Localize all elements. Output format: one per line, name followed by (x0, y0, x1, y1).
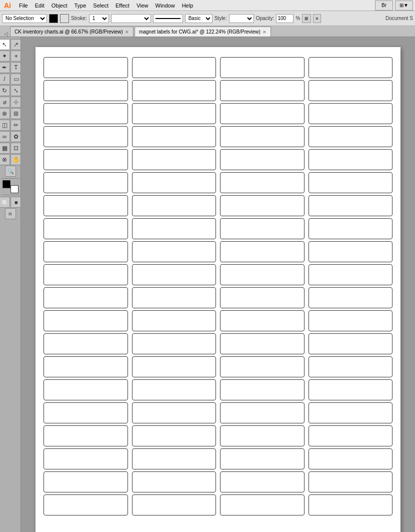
tab-magnet-labels[interactable]: magnet labels for CWG.ai* @ 122.24% (RGB… (134, 27, 271, 37)
menu-type[interactable]: Type (72, 2, 90, 10)
label-cell (44, 333, 128, 354)
mode-toggle[interactable]: ⊟ (5, 208, 16, 219)
fill-stroke-selector[interactable] (2, 180, 18, 193)
magic-wand-tool[interactable]: ✦ (0, 51, 10, 62)
artboard-tool[interactable]: ⊡ (10, 143, 21, 154)
label-cell (44, 172, 128, 193)
label-cell (308, 333, 393, 354)
label-cell (44, 149, 128, 170)
warp-tool[interactable]: ⌀ (0, 97, 10, 108)
scale-tool[interactable]: ⤡ (10, 85, 21, 96)
label-cell (132, 172, 216, 193)
stroke-style[interactable] (111, 14, 151, 23)
graph-tool[interactable]: ▦ (0, 143, 10, 154)
label-cell (44, 494, 128, 515)
label-cell (220, 402, 304, 423)
menu-object[interactable]: Object (48, 2, 70, 10)
left-toolbar: ↖ ↗ ✦ ⌖ ✒ T / ▭ ↻ ⤡ ⌀ ⊹ ⊕ ⊞ ◫ ✏ (0, 37, 21, 532)
label-cell (220, 149, 304, 170)
label-cell (220, 80, 304, 101)
workspace-btn[interactable]: ⊞▼ (395, 1, 413, 11)
stroke-weight[interactable]: 1 (89, 14, 109, 23)
type-tool[interactable]: T (10, 62, 21, 73)
screen-mode-btn[interactable]: ◼ (10, 197, 21, 208)
label-cell (220, 333, 304, 354)
label-cell (132, 425, 216, 446)
style-dropdown[interactable] (229, 14, 254, 23)
menu-select[interactable]: Select (90, 2, 112, 10)
menu-effect[interactable]: Effect (112, 2, 132, 10)
redefine-btn[interactable]: ⊞ (302, 14, 311, 23)
arrange-btn[interactable]: ≡ (313, 14, 320, 23)
label-cell (44, 379, 128, 400)
normal-mode-btn[interactable]: ⬜ (0, 197, 10, 208)
canvas-area[interactable] (21, 37, 415, 532)
blend-tool[interactable]: ∞ (0, 131, 10, 142)
menu-edit[interactable]: Edit (32, 2, 48, 10)
gradient-tool[interactable]: ◫ (0, 120, 10, 131)
label-cell (132, 379, 216, 400)
rotate-tool[interactable]: ↻ (0, 85, 10, 96)
eyedropper-tool[interactable]: ✏ (10, 120, 21, 131)
stroke-color[interactable] (60, 14, 69, 23)
label-cell (44, 448, 128, 469)
lasso-tool[interactable]: ⌖ (10, 51, 21, 62)
tab-close-icon[interactable]: ✕ (262, 30, 266, 35)
shape-builder-tool[interactable]: ⊕ (0, 108, 10, 119)
menubar: Ai File Edit Object Type Select Effect V… (0, 0, 415, 11)
bridge-btn[interactable]: Br (375, 1, 393, 11)
stroke-type[interactable]: Basic (185, 14, 212, 23)
rectangle-tool[interactable]: ▭ (10, 74, 21, 85)
tab-scroll-left[interactable]: ◁ (4, 31, 8, 37)
label-cell (44, 310, 128, 331)
label-cell (220, 195, 304, 216)
label-cell (308, 494, 393, 515)
line-tool[interactable]: / (0, 74, 10, 85)
hand-tool[interactable]: ✋ (10, 154, 21, 165)
tabs-bar: ◁ CK inventory charts.ai @ 66.67% (RGB/P… (0, 26, 415, 37)
free-transform-tool[interactable]: ⊹ (10, 97, 21, 108)
label-cell (308, 218, 393, 239)
canvas-scroll[interactable] (21, 37, 415, 532)
menu-window[interactable]: Window (152, 2, 178, 10)
label-cell (308, 425, 393, 446)
selection-dropdown[interactable]: No Selection (2, 14, 47, 23)
label-cell (132, 80, 216, 101)
label-cell (44, 57, 128, 78)
tab-close-icon[interactable]: ✕ (125, 30, 129, 35)
label-cell (44, 103, 128, 124)
direct-selection-tool[interactable]: ↗ (10, 39, 21, 50)
label-cell (308, 356, 393, 377)
opacity-input[interactable] (276, 14, 294, 23)
label-cell (132, 402, 216, 423)
label-cell (44, 471, 128, 492)
menu-help[interactable]: Help (179, 2, 196, 10)
document-label: Document S (386, 16, 413, 21)
tab-label: CK inventory charts.ai @ 66.67% (RGB/Pre… (14, 29, 123, 35)
slice-tool[interactable]: ⊗ (0, 154, 10, 165)
perspective-tool[interactable]: ⊞ (10, 108, 21, 119)
label-cell (44, 264, 128, 285)
menu-view[interactable]: View (134, 2, 152, 10)
label-cell (308, 57, 393, 78)
selection-tool[interactable]: ↖ (0, 39, 10, 50)
tab-ck-inventory[interactable]: CK inventory charts.ai @ 66.67% (RGB/Pre… (10, 27, 134, 37)
pen-tool[interactable]: ✒ (0, 62, 10, 73)
zoom-tool[interactable]: 🔍 (5, 166, 16, 177)
stroke-preview (153, 14, 183, 23)
fill-color[interactable] (49, 14, 58, 23)
label-cell (308, 80, 393, 101)
tool-separator-1 (2, 178, 20, 179)
symbol-sprayer-tool[interactable]: ✿ (10, 131, 21, 142)
fill-box (2, 180, 10, 188)
label-cell (132, 241, 216, 262)
label-cell (220, 264, 304, 285)
label-cell (220, 425, 304, 446)
style-label: Style: (214, 16, 227, 21)
label-cell (44, 241, 128, 262)
menu-file[interactable]: File (16, 2, 31, 10)
label-cell (308, 195, 393, 216)
label-cell (132, 149, 216, 170)
label-cell (132, 287, 216, 308)
label-cell (44, 356, 128, 377)
